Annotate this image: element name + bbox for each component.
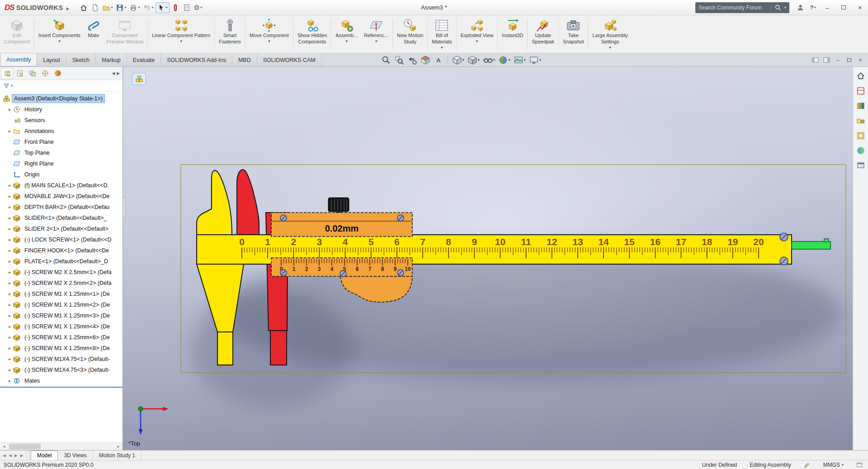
expand-arrow-icon[interactable]: ▸ bbox=[6, 107, 13, 112]
expand-arrow-icon[interactable]: ▸ bbox=[6, 248, 13, 253]
flyout-arrow-icon[interactable]: ▼ bbox=[374, 39, 378, 44]
flyout-arrow-icon[interactable]: ▼ bbox=[179, 39, 183, 44]
panel-splitter-handle[interactable] bbox=[123, 197, 126, 218]
display-pane-left-icon[interactable] bbox=[810, 56, 820, 65]
taskpane-custom-properties-icon[interactable] bbox=[855, 160, 867, 171]
bottom-tab-model[interactable]: Model bbox=[31, 450, 58, 460]
expand-arrow-icon[interactable]: ▸ bbox=[6, 237, 13, 242]
tree-item-4[interactable]: Front Plane bbox=[0, 137, 123, 147]
qat-home-button[interactable] bbox=[78, 3, 89, 13]
expand-arrow-icon[interactable]: ▸ bbox=[6, 335, 13, 340]
expand-arrow-icon[interactable]: ▸ bbox=[6, 346, 13, 351]
dropdown-arrow-icon[interactable]: ▾ bbox=[166, 5, 168, 9]
tree-item-13[interactable]: ▸(-) LOCK SCREW<1> (Default<<D bbox=[0, 234, 123, 245]
ribbon-mate-button[interactable]: Mate bbox=[84, 17, 104, 52]
tree-item-15[interactable]: ▸PLATE<1> (Default<<Default>_D bbox=[0, 256, 123, 267]
qat-save-button[interactable]: ▾ bbox=[114, 3, 127, 13]
expand-arrow-icon[interactable]: ▸ bbox=[6, 194, 13, 199]
zoom-to-area-button[interactable] bbox=[393, 54, 406, 66]
dropdown-arrow-icon[interactable]: ▾ bbox=[524, 58, 526, 62]
flyout-arrow-icon[interactable]: ▼ bbox=[57, 39, 61, 44]
dropdown-arrow-icon[interactable]: ▾ bbox=[462, 58, 464, 62]
ribbon-assemb-button[interactable]: Assemb...▼ bbox=[332, 17, 361, 52]
qat-file-properties-button[interactable] bbox=[181, 3, 192, 13]
scroll-track[interactable] bbox=[8, 443, 114, 450]
panel-tab-propertymanager[interactable] bbox=[14, 68, 26, 79]
display-pane-right-icon[interactable] bbox=[821, 56, 831, 65]
flyout-arrow-icon[interactable]: ▼ bbox=[268, 39, 271, 44]
edit-appearance-button[interactable]: ▾ bbox=[497, 54, 512, 66]
edit-pencil-icon[interactable] bbox=[804, 461, 811, 468]
tree-item-25[interactable]: ▸(-) SCREW M1X4.75<3> (Default- bbox=[0, 365, 123, 375]
tree-item-11[interactable]: ▸SLIDER<1> (Default<<Default>_ bbox=[0, 213, 123, 223]
taskpane-solidworks-resources-icon[interactable] bbox=[855, 85, 867, 96]
window-close-button[interactable]: × bbox=[852, 0, 868, 15]
tree-item-16[interactable]: ▸(-) SCREW M2 X 2.5mm<1> (Defa bbox=[0, 267, 123, 278]
ribbon-referenc-button[interactable]: Referenc...▼ bbox=[361, 17, 392, 52]
slider-assembly[interactable]: 0.02mm bbox=[271, 198, 412, 237]
tag-pane-icon[interactable] bbox=[856, 462, 863, 468]
tree-item-22[interactable]: ▸(-) SCREW M1 X 1.25mm<6> (De bbox=[0, 332, 123, 343]
qat-open-button[interactable]: ▾ bbox=[101, 3, 114, 13]
panel-tab-dimxpertmanager[interactable] bbox=[39, 68, 51, 79]
tab-splitter[interactable] bbox=[27, 450, 29, 460]
tree-item-6[interactable]: Right Plane bbox=[0, 158, 123, 169]
tree-item-18[interactable]: ▸(-) SCREW M1 X 1.25mm<1> (De bbox=[0, 289, 123, 299]
tree-item-10[interactable]: ▸DEPTH BAR<2> (Default<<Defau bbox=[0, 202, 123, 213]
bottom-tab-3d-views[interactable]: 3D Views bbox=[58, 450, 93, 460]
menu-expand-icon[interactable]: ▶ bbox=[66, 6, 70, 11]
qat-new-document-button[interactable] bbox=[90, 3, 100, 13]
expand-arrow-icon[interactable]: ▸ bbox=[6, 292, 13, 296]
ribbon-large-assembly-settings-button[interactable]: Large AssemblySettings▼ bbox=[589, 17, 631, 52]
ribbon-insert-components-button[interactable]: Insert Components▼ bbox=[35, 17, 84, 52]
dropdown-arrow-icon[interactable]: ▾ bbox=[200, 5, 202, 9]
flyout-arrow-icon[interactable]: ▼ bbox=[609, 46, 612, 50]
tab-markup[interactable]: Markup bbox=[96, 53, 127, 66]
ribbon-smart-fasteners-button[interactable]: SmartFasteners bbox=[216, 17, 244, 52]
tab-scroll-prev-icon[interactable]: ◀ bbox=[9, 453, 12, 458]
tree-item-19[interactable]: ▸(-) SCREW M1 X 1.25mm<2> (De bbox=[0, 299, 123, 310]
view-settings-button[interactable]: ▾ bbox=[528, 54, 542, 66]
expand-arrow-icon[interactable]: ▸ bbox=[6, 270, 13, 275]
tree-item-24[interactable]: ▸(-) SCREW M1X4.75<1> (Default- bbox=[0, 354, 123, 365]
viewport-document-tab[interactable] bbox=[132, 73, 146, 85]
dropdown-arrow-icon[interactable]: ▾ bbox=[493, 58, 495, 62]
tab-solidworks-add-ins[interactable]: SOLIDWORKS Add-Ins bbox=[161, 53, 232, 66]
ribbon-new-motion-study-button[interactable]: New MotionStudy bbox=[394, 17, 426, 52]
tree-item-0[interactable]: Assem3 (Default<Display State-1>) bbox=[0, 93, 123, 104]
units-selector[interactable]: MMGS▾ bbox=[823, 462, 844, 468]
dropdown-arrow-icon[interactable]: ▾ bbox=[539, 58, 541, 62]
search-icon[interactable] bbox=[774, 4, 782, 11]
qat-undo-button[interactable]: ▾ bbox=[142, 3, 155, 13]
tree-item-9[interactable]: ▸MOVABLE JAW<1> (Default<<De bbox=[0, 191, 123, 202]
expand-arrow-icon[interactable]: ▸ bbox=[6, 379, 13, 383]
tree-item-12[interactable]: ▸SLIDER 2<1> (Default<<Default> bbox=[0, 223, 123, 234]
tab-scroll-next-icon[interactable]: ▶ bbox=[14, 453, 18, 458]
ribbon-linear-component-pattern-button[interactable]: Linear Component Pattern▼ bbox=[149, 17, 213, 52]
doc-minimize-button[interactable]: – bbox=[833, 56, 843, 65]
dropdown-arrow-icon[interactable]: ▾ bbox=[111, 5, 113, 9]
expand-arrow-icon[interactable]: ▸ bbox=[6, 313, 13, 318]
expand-arrow-icon[interactable]: ▸ bbox=[6, 183, 13, 188]
expand-arrow-icon[interactable]: ▸ bbox=[6, 205, 13, 209]
flyout-arrow-icon[interactable]: ▼ bbox=[345, 39, 349, 44]
dropdown-arrow-icon[interactable]: ▾ bbox=[509, 58, 510, 62]
dropdown-arrow-icon[interactable]: ▾ bbox=[478, 58, 480, 62]
apply-scene-button[interactable]: ▾ bbox=[512, 54, 527, 66]
panel-tab-configurationmanager[interactable] bbox=[26, 68, 38, 79]
expand-arrow-icon[interactable]: ▸ bbox=[6, 216, 13, 220]
tree-item-5[interactable]: Top Plane bbox=[0, 147, 123, 158]
tree-item-2[interactable]: Sensors bbox=[0, 115, 123, 126]
panel-scroll-left-icon[interactable]: ◀ bbox=[112, 71, 115, 76]
tree-item-21[interactable]: ▸(-) SCREW M1 X 1.25mm<4> (De bbox=[0, 321, 123, 332]
tab-sketch[interactable]: Sketch bbox=[66, 53, 96, 66]
depth-bar[interactable] bbox=[792, 239, 830, 249]
flyout-arrow-icon[interactable]: ▼ bbox=[475, 39, 479, 44]
expand-arrow-icon[interactable]: ▸ bbox=[6, 129, 13, 133]
dropdown-arrow-icon[interactable]: ▾ bbox=[151, 5, 153, 9]
dropdown-arrow-icon[interactable]: ▾ bbox=[138, 5, 140, 9]
tree-item-17[interactable]: ▸(-) SCREW M2 X 2.5mm<2> (Defa bbox=[0, 278, 123, 289]
panel-hscrollbar[interactable]: ◂ ▸ bbox=[0, 442, 123, 450]
tree-item-7[interactable]: Origin bbox=[0, 169, 123, 180]
tab-layout[interactable]: Layout bbox=[37, 53, 66, 66]
